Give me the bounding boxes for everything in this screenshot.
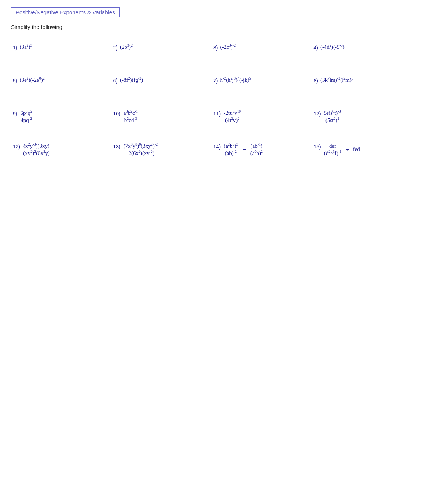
problems-grid: 1) (3a2)3 2) (2b3)2 3) (-2c3)-2 4) (-4d2… bbox=[11, 40, 412, 172]
problem-13: 13) (7x9y8)0(3xy2)-2 -2(6x2)(xy-2) bbox=[111, 139, 212, 172]
problem-8: 8) (3k7lm)-2(l2m)0 bbox=[312, 73, 412, 106]
problem-3: 3) (-2c3)-2 bbox=[212, 40, 312, 73]
problem-12: 12) 5r(s0t)-3 (5st2)2 bbox=[312, 106, 412, 139]
problem-4: 4) (-4d2)(-5-3) bbox=[312, 40, 412, 73]
problem-12b: 12) (x2y-3)(3xy) (xy2)2(6x2y) bbox=[11, 139, 111, 172]
problem-5: 5) (3e2)(-2e0)2 bbox=[11, 73, 111, 106]
problem-9: 9) 6p3q2 4pq-2 bbox=[11, 106, 111, 139]
problem-2: 2) (2b3)2 bbox=[111, 40, 212, 73]
problem-10: 10) a3b2c-1 b2cd-3 bbox=[111, 106, 212, 139]
problem-1: 1) (3a2)3 bbox=[11, 40, 111, 73]
instruction: Simplify the following: bbox=[11, 24, 412, 30]
title-box: Positive/Negative Exponents & Variables bbox=[11, 7, 120, 17]
problem-15: 15) def (d2e3f)-1 ÷ fed bbox=[312, 139, 412, 172]
problem-11: 11) -2tu5v10 (4t2v)2 bbox=[212, 106, 312, 139]
problem-6: 6) (-8f2)(fg-2) bbox=[111, 73, 212, 106]
problem-7: 7) h-2(h2j3)4(-jk)5 bbox=[212, 73, 312, 106]
problem-14: 14) (a2b5)3 (ab)-2 ÷ (ab-1) (a0b)2 bbox=[212, 139, 312, 172]
